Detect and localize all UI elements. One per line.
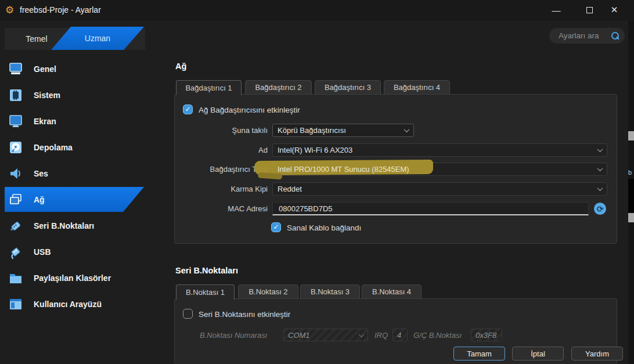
gear-icon: ⚙: [5, 5, 14, 16]
enable-network-adapter-label: Ağ Bağdaştırıcısını etkinleştir: [199, 106, 300, 114]
minimize-button[interactable]: —: [545, 0, 568, 20]
sidebar-item-label: Kullanıcı Arayüzü: [34, 300, 102, 309]
chevron-down-icon: [597, 165, 603, 171]
harddisk-icon: [8, 140, 23, 155]
promiscuous-mode-label: Karma Kipi: [179, 185, 268, 193]
refresh-icon: ⟳: [597, 204, 604, 214]
port-number-dropdown: COM1: [283, 329, 368, 341]
ok-button[interactable]: Tamam: [453, 347, 505, 361]
adapter-name-label: Ad: [179, 146, 268, 154]
title-bar: ⚙ freebsd-Proje - Ayarlar — ✕: [0, 0, 634, 21]
settings-search-input[interactable]: Ayarları ara: [549, 28, 625, 44]
sidebar-item-label: Paylaşılan Klasörler: [34, 273, 111, 283]
sidebar-item-serial-ports[interactable]: Seri B.Noktaları: [0, 212, 168, 239]
speaker-icon: [8, 166, 23, 181]
monitor-icon: [8, 62, 23, 77]
sidebar-item-user-interface[interactable]: Kullanıcı Arayüzü: [0, 291, 168, 317]
mac-address-input[interactable]: 0800275BD7D5: [272, 202, 589, 215]
tab-adapter-2[interactable]: Bağdaştırıcı 2: [245, 80, 312, 95]
chevron-down-icon: [404, 127, 410, 132]
chip-icon: [8, 88, 23, 103]
sidebar-item-storage[interactable]: Depolama: [0, 134, 168, 160]
port-number-label: B.Noktası Numarası: [200, 331, 267, 340]
network-section-heading: Ağ: [175, 62, 186, 71]
sidebar-item-label: Sistem: [34, 91, 60, 100]
regenerate-mac-button[interactable]: ⟳: [594, 203, 606, 215]
chevron-down-icon: [597, 146, 603, 152]
screen-edge-artifact: b: [628, 21, 634, 364]
serial-section-heading: Seri B.Noktaları: [175, 266, 238, 275]
enable-network-adapter-checkbox[interactable]: ✓: [183, 104, 193, 114]
sidebar-item-system[interactable]: Sistem: [0, 82, 168, 108]
window-title: freebsd-Proje - Ayarlar: [20, 5, 101, 15]
search-icon: [611, 32, 619, 40]
usb-plug-icon: [8, 244, 23, 260]
tab-port-3[interactable]: B.Noktası 3: [300, 284, 360, 299]
sidebar-item-label: USB: [34, 247, 51, 257]
sidebar-item-audio[interactable]: Ses: [0, 160, 168, 186]
sidebar-item-shared-folders[interactable]: Paylaşılan Klasörler: [0, 265, 168, 291]
adapter-name-dropdown[interactable]: Intel(R) Wi-Fi 6 AX203: [272, 143, 607, 157]
promiscuous-mode-dropdown[interactable]: Reddet: [272, 182, 607, 196]
network-adapter-panel: ✓ Ağ Bağdaştırıcısını etkinleştir Şuna t…: [174, 94, 617, 244]
sidebar-item-general[interactable]: Genel: [0, 56, 168, 82]
sidebar-item-label: Ekran: [34, 117, 56, 126]
chevron-down-icon: [597, 185, 603, 191]
edge-black-block: [628, 179, 634, 212]
sidebar-item-network[interactable]: Ağ: [0, 186, 168, 212]
sidebar-item-label: Genel: [34, 64, 56, 74]
help-button[interactable]: Yardım: [571, 347, 623, 361]
cable-connected-checkbox[interactable]: ✓: [271, 222, 281, 232]
network-adapters-icon: [8, 192, 23, 207]
mac-address-label: MAC Adresi: [179, 204, 268, 213]
chevron-down-icon: [359, 331, 365, 337]
tab-adapter-4[interactable]: Bağdaştırıcı 4: [384, 80, 450, 95]
tab-port-2[interactable]: B.Noktası 2: [238, 284, 298, 299]
tab-adapter-3[interactable]: Bağdaştırıcı 3: [315, 80, 381, 95]
cancel-button[interactable]: İptal: [512, 347, 564, 361]
maximize-button[interactable]: [578, 0, 601, 20]
sidebar: Genel Sistem Ekran Depolama Ses Ağ Seri …: [0, 56, 168, 317]
enable-serial-port-label: Seri B.Noktasını etkinleştir: [199, 310, 290, 319]
sidebar-item-label: Ağ: [34, 195, 45, 204]
tab-port-4[interactable]: B.Noktası 4: [362, 284, 422, 299]
sidebar-selection-highlight: [5, 187, 144, 212]
edge-handle: [628, 131, 634, 140]
sidebar-item-display[interactable]: Ekran: [0, 108, 168, 134]
minimize-icon: —: [552, 5, 561, 15]
edge-handle: [628, 213, 634, 222]
sidebar-item-label: Depolama: [34, 143, 73, 152]
serial-plug-icon: [8, 218, 23, 233]
sidebar-item-label: Ses: [34, 169, 48, 178]
sidebar-item-usb[interactable]: USB: [0, 239, 168, 265]
search-placeholder: Ayarları ara: [559, 31, 611, 40]
edge-partial-text: b: [628, 169, 632, 176]
attached-to-label: Şuna takılı: [179, 126, 268, 135]
close-icon: ✕: [611, 5, 618, 15]
cable-connected-label: Sanal Kablo bağlandı: [287, 224, 361, 232]
sidebar-item-label: Seri B.Noktaları: [34, 221, 94, 230]
ui-window-icon: [8, 297, 23, 312]
irq-label: IRQ: [374, 331, 388, 340]
maximize-icon: [586, 7, 593, 13]
settings-window: ⚙ freebsd-Proje - Ayarlar — ✕ Temel Uzma…: [0, 0, 634, 364]
close-button[interactable]: ✕: [603, 0, 626, 20]
io-port-label: G/Ç B.Noktası: [413, 331, 462, 340]
irq-input: 4: [392, 329, 408, 341]
display-icon: [8, 114, 23, 129]
io-port-input: 0x3F8: [471, 329, 502, 341]
enable-serial-port-checkbox[interactable]: [183, 309, 193, 319]
tab-adapter-1[interactable]: Bağdaştırıcı 1: [176, 80, 242, 95]
shared-folder-icon: [8, 271, 23, 286]
tab-port-1[interactable]: B.Noktası 1: [176, 284, 235, 300]
attached-to-dropdown[interactable]: Köprü Bağdaştırıcısı: [272, 124, 414, 137]
